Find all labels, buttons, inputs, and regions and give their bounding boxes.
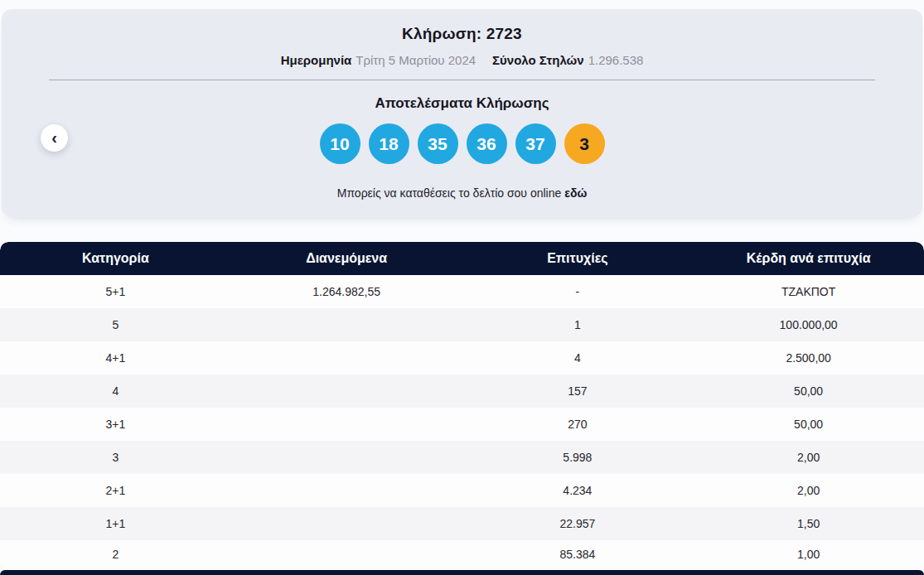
table-cell: 4 [0,374,231,408]
table-cell [231,507,462,540]
winnings-table: ΚατηγορίαΔιανεμόμεναΕπιτυχίεςΚέρδη ανά ε… [0,242,924,568]
deposit-text-label: Μπορείς να καταθέσεις το δελτίο σου onli… [337,186,562,200]
results-title: Αποτελέσματα Κλήρωσης [2,95,922,112]
table-cell: 1,50 [693,507,924,540]
header-cell: Κατηγορία [0,242,231,275]
table-cell: 157 [462,374,694,408]
table-cell: 85.384 [462,540,694,568]
table-row: 4+142.500,00 [0,341,924,374]
table-cell: 5+1 [0,275,231,308]
columns-value: 1.296.538 [588,53,644,67]
deposit-text: Μπορείς να καταθέσεις το δελτίο σου onli… [2,186,922,200]
number-ball: 10 [320,123,360,164]
table-cell [231,408,462,441]
table-cell: 5.998 [462,441,694,474]
header-cell: Επιτυχίες [462,242,694,275]
table-cell: 2+1 [0,474,231,507]
winning-numbers: 10183536373 [2,123,922,164]
draw-summary-card: Κλήρωση: 2723 ΗμερομηνίαΤρίτη 5 Μαρτίου … [2,9,922,217]
table-cell: 22.957 [462,507,694,540]
table-cell: 2 [0,540,231,568]
table-cell [231,308,462,341]
table-cell: 3 [0,441,231,474]
table-cell: - [462,275,694,308]
table-cell: 3+1 [0,408,231,441]
table-row: 285.3841,00 [0,540,924,568]
table-cell: 4+1 [0,341,231,374]
table-cell [231,474,462,507]
bonus-number-ball: 3 [564,123,605,164]
draw-meta: ΗμερομηνίαΤρίτη 5 Μαρτίου 2024Σύνολο Στη… [2,53,922,67]
table-body: 5+11.264.982,55-ΤΖΑΚΠΟΤ51100.000,004+142… [0,275,924,568]
table-row: 35.9982,00 [0,441,924,474]
date-label: Ημερομηνία [281,53,352,67]
columns-label: Σύνολο Στηλών [492,53,584,67]
chevron-left-icon: ‹ [51,129,57,146]
table-row: 415750,00 [0,374,924,408]
header-cell: Κέρδη ανά επιτυχία [693,242,924,275]
date-value: Τρίτη 5 Μαρτίου 2024 [356,53,476,67]
table-cell: 50,00 [693,374,924,408]
table-row: 5+11.264.982,55-ΤΖΑΚΠΟΤ [0,275,924,308]
table-row: 1+122.9571,50 [0,507,924,540]
number-ball: 37 [515,123,556,164]
table-cell: 2,00 [693,474,924,507]
table-cell: 100.000,00 [693,308,924,341]
table-cell: 2,00 [693,441,924,474]
number-ball: 18 [369,123,409,164]
table-cell: 50,00 [693,408,924,441]
table-header-row: ΚατηγορίαΔιανεμόμεναΕπιτυχίεςΚέρδη ανά ε… [0,242,924,275]
table-cell [231,540,462,568]
divider [49,80,875,80]
table-cell: 1+1 [0,507,231,540]
table-cell: 270 [462,408,694,441]
table-cell [231,341,462,374]
number-ball: 35 [418,123,458,164]
table-cell: 1.264.982,55 [231,275,462,308]
draw-title: Κλήρωση: 2723 [2,25,922,43]
previous-draw-button[interactable]: ‹ [41,124,68,152]
table-row: 2+14.2342,00 [0,474,924,507]
number-ball: 36 [467,123,507,164]
table-row: 3+127050,00 [0,408,924,441]
table-cell [231,441,462,474]
table-cell [231,374,462,408]
table-row: 51100.000,00 [0,308,924,341]
table-cell: 4.234 [462,474,694,507]
deposit-link[interactable]: εδώ [564,186,587,200]
table-cell: 1 [462,308,694,341]
table-cell: ΤΖΑΚΠΟΤ [693,275,924,308]
header-cell: Διανεμόμενα [231,242,462,275]
page: Κλήρωση: 2723 ΗμερομηνίαΤρίτη 5 Μαρτίου … [0,9,924,575]
footer-bar [0,570,924,575]
table-cell: 1,00 [693,540,924,568]
table-cell: 5 [0,308,231,341]
table-cell: 2.500,00 [693,341,924,374]
table-cell: 4 [462,341,694,374]
